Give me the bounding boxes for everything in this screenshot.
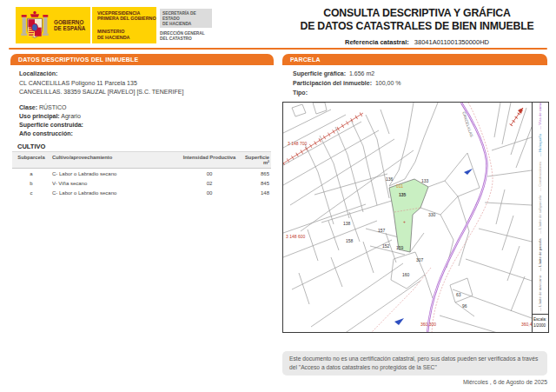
table-cell: C- Labor o Labradio secano: [50, 171, 181, 176]
parcel-number-label: 160: [402, 273, 409, 277]
secretaria-estado-label: SECRETARÍA DE ESTADO DE HACIENDA: [160, 9, 212, 28]
anio-construccion-field: Año construcción:: [19, 130, 73, 136]
disclaimer-box: Este documento no es una certificación c…: [282, 351, 547, 375]
clase-value: RÚSTICO: [39, 104, 67, 110]
parcel-number-label: 011: [396, 184, 403, 189]
parcel-number-label: 330: [428, 213, 435, 217]
parcel-number-label: 159: [396, 246, 403, 250]
table-cell: c: [12, 190, 50, 196]
clase-label: Clase:: [19, 104, 37, 110]
gobierno-espana-label: GOBIERNO DE ESPAÑA: [54, 7, 90, 43]
legend-item: — Límite de manzana: [538, 275, 542, 311]
table-cell: 148: [238, 190, 271, 196]
superficie-construida-field: Superficie construida:: [19, 122, 83, 128]
parcel-number-label: 135: [399, 193, 406, 197]
table-cell: 845: [238, 181, 271, 186]
legend-item: — Límite de subparcela: [538, 195, 542, 234]
cultivo-table-body: aC- Labor o Labradio secano00865bV- Viña…: [12, 169, 271, 197]
superficie-construida-label: Superficie construida:: [19, 122, 83, 128]
cadastral-document-page: GOBIERNO DE ESPAÑA VICEPRESIDENCIA PRIME…: [0, 0, 556, 392]
tipo-field: Tipo:: [293, 90, 308, 96]
direccion-general-catastro-label: DIRECCIÓN GENERAL DEL CATASTRO: [160, 31, 212, 42]
coord-label-y2: 3 148 600: [286, 235, 305, 239]
map-labels-layer: 1361330111353301381571581521593071606396…: [283, 103, 532, 332]
parcel-number-label: 152: [382, 244, 389, 249]
anio-construccion-label: Año construcción:: [19, 130, 73, 136]
legend-item: — Construcciones: [538, 160, 542, 190]
superficie-grafica-value: 1.656 m2: [349, 70, 374, 76]
cultivo-table: Subparcela Cultivo/aprovechamiento Inten…: [12, 151, 271, 197]
parcel-number-label: 138: [343, 222, 350, 226]
map-legend-items: — Límite de manzana — Límite de parcela …: [537, 103, 544, 314]
referencia-label: Referencia catastral:: [345, 38, 409, 46]
title-line-1: CONSULTA DESCRIPTIVA Y GRÁFICA: [287, 7, 547, 20]
address-line-1: CL CANCELILLAS Poligono 11 Parcela 135: [19, 80, 137, 86]
col-header-subparcela: Subparcela: [12, 155, 50, 165]
table-row: aC- Labor o Labradio secano00865: [12, 169, 271, 178]
parcel-number-label: +: [403, 220, 406, 224]
map-legend: — Límite de manzana — Límite de parcela …: [532, 103, 548, 314]
section-bar-datos-descriptivos: DATOS DESCRIPTIVOS DEL INMUEBLE: [10, 54, 274, 65]
clase-field: Clase: RÚSTICO: [19, 104, 66, 110]
uso-label: Uso principal:: [19, 113, 60, 119]
table-cell: C- Labor o Labradio secano: [50, 190, 181, 196]
table-cell: b: [12, 181, 50, 186]
col-header-superficie: Superficie m²: [238, 155, 271, 165]
vicepresidencia-label: VICEPRESIDENCIA PRIMERA DEL GOBIERNO: [97, 10, 156, 22]
document-title: CONSULTA DESCRIPTIVA Y GRÁFICA DE DATOS …: [287, 7, 547, 46]
parcel-number-label: 157: [378, 229, 385, 233]
parcel-number-label: 307: [416, 258, 423, 262]
cultivo-title: CULTIVO: [17, 143, 45, 150]
road-label: CANCELILLAS: [461, 111, 473, 137]
escala-label: Escala:: [533, 316, 547, 322]
gobierno-logo: GOBIERNO DE ESPAÑA VICEPRESIDENCIA PRIME…: [16, 7, 156, 43]
table-cell: 00: [181, 171, 238, 176]
map-drawing-area: 1361330111353301381571581521593071606396…: [283, 103, 532, 332]
superficie-grafica-field: Superficie gráfica: 1.656 m2: [293, 70, 374, 76]
table-cell: a: [12, 171, 50, 176]
table-row: cC- Labor o Labradio secano00148: [12, 188, 271, 197]
document-date: Miércoles , 6 de Agosto de 2025: [463, 379, 547, 385]
col-header-intensidad: Intensidad Productiva: [181, 155, 238, 165]
parcel-number-label: 158: [346, 239, 353, 243]
ministerio-label: MINISTERIO DE HACIENDA: [97, 29, 156, 40]
participacion-label: Participación del inmueble:: [293, 80, 372, 86]
uso-value: Agrario: [61, 113, 81, 119]
referencia-catastral: Referencia catastral:38041A011001350000H…: [287, 38, 547, 46]
referencia-value: 38041A011001350000HD: [414, 38, 489, 46]
legend-item: — Límite de parcela: [538, 237, 542, 271]
legend-item: — Hidrografía: [538, 133, 542, 156]
parcel-number-label: 63: [456, 293, 461, 297]
map-scale: Escala: 1/2000: [532, 314, 548, 332]
address-line-2: CANCELILLAS. 38359 SAUZAL [RAVELO] [S.C.…: [19, 89, 183, 95]
participacion-field: Participación del inmueble: 100,00 %: [293, 80, 401, 86]
table-cell: 02: [181, 181, 238, 186]
coord-label-x1: 360,300: [420, 322, 436, 327]
cadastral-map: 1361330111353301381571581521593071606396…: [282, 102, 549, 333]
table-cell: 00: [181, 190, 238, 196]
table-cell: V- Viña secano: [50, 181, 181, 186]
parcel-number-label: 96: [462, 304, 467, 309]
localizacion-label: Localización:: [19, 70, 57, 76]
title-line-2: DE DATOS CATASTRALES DE BIEN INMUEBLE: [287, 20, 547, 33]
legend-item: — Vías de comunicación: [538, 103, 542, 130]
header-divider: [9, 48, 547, 50]
superficie-grafica-label: Superficie gráfica:: [293, 70, 346, 76]
table-row: bV- Viña secano02845: [12, 178, 271, 188]
escudo-espana-icon: [16, 7, 54, 43]
table-cell: 865: [238, 171, 271, 176]
escala-value: 1/2000: [533, 322, 547, 329]
col-header-cultivo: Cultivo/aprovechamiento: [50, 155, 181, 165]
uso-field: Uso principal: Agrario: [19, 113, 81, 119]
parcel-number-label: 136: [386, 177, 393, 182]
tipo-label: Tipo:: [293, 90, 308, 96]
coord-label-x2: 360,40: [521, 322, 532, 327]
parcel-number-label: 133: [421, 179, 428, 183]
coord-label-y1: 3 148 700: [288, 142, 307, 146]
cultivo-table-header: Subparcela Cultivo/aprovechamiento Inten…: [12, 151, 271, 169]
participacion-value: 100,00 %: [375, 80, 401, 86]
section-bar-parcela: PARCELA: [282, 54, 547, 65]
